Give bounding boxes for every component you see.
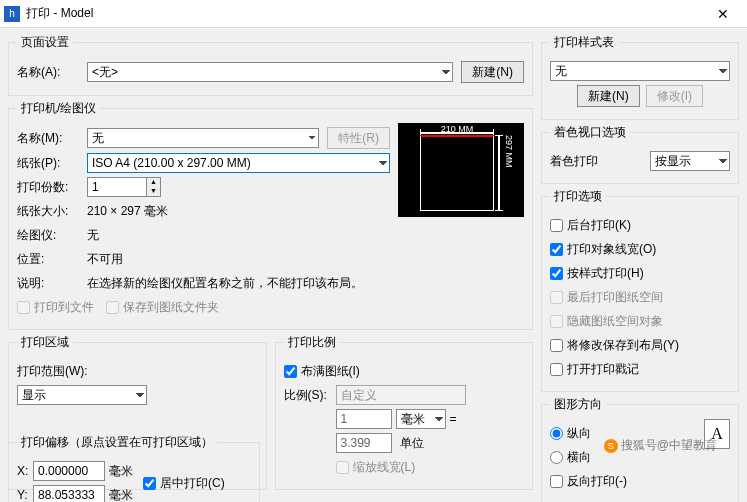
orient-legend: 图形方向 (550, 396, 606, 413)
save-folder-check: 保存到图纸文件夹 (106, 299, 219, 316)
opt-bg[interactable]: 后台打印(K) (550, 217, 631, 234)
scale-num (336, 409, 392, 429)
options-legend: 打印选项 (550, 188, 606, 205)
orient-landscape[interactable]: 横向 (550, 449, 591, 466)
paper-label: 纸张(P): (17, 155, 87, 172)
scale-unit-select[interactable]: 毫米 (396, 409, 446, 429)
offset-group: 打印偏移（原点设置在可打印区域） X:毫米 Y:毫米 居中打印(C) (8, 434, 260, 502)
shade-label: 着色打印 (550, 153, 650, 170)
desc-value: 在选择新的绘图仪配置名称之前，不能打印该布局。 (87, 275, 363, 292)
printer-props-button: 特性(R) (327, 127, 390, 149)
viewport-legend: 着色视口选项 (550, 124, 630, 141)
opt-paper-last: 最后打印图纸空间 (550, 289, 663, 306)
center-check[interactable]: 居中打印(C) (143, 475, 225, 492)
page-new-button[interactable]: 新建(N) (461, 61, 524, 83)
orient-group: 图形方向 纵向 横向 反向打印(-) A (541, 396, 739, 502)
opt-style[interactable]: 按样式打印(H) (550, 265, 644, 282)
page-setup-group: 页面设置 名称(A): <无> 新建(N) (8, 34, 533, 96)
to-file-check: 打印到文件 (17, 299, 94, 316)
page-name-select[interactable]: <无> (87, 62, 453, 82)
shade-select[interactable]: 按显示 (650, 151, 730, 171)
fit-check[interactable]: 布满图纸(I) (284, 363, 360, 380)
titlebar: h 打印 - Model ✕ (0, 0, 747, 28)
loc-value: 不可用 (87, 251, 123, 268)
close-icon[interactable]: ✕ (703, 6, 743, 22)
range-select[interactable]: 显示 (17, 385, 147, 405)
copies-label: 打印份数: (17, 179, 87, 196)
style-legend: 打印样式表 (550, 34, 618, 51)
style-select[interactable]: 无 (550, 61, 730, 81)
opt-stamp[interactable]: 打开打印戳记 (550, 361, 639, 378)
page-setup-legend: 页面设置 (17, 34, 73, 51)
orient-reverse[interactable]: 反向打印(-) (550, 473, 627, 490)
opt-hide: 隐藏图纸空间对象 (550, 313, 663, 330)
desc-label: 说明: (17, 275, 87, 292)
y-input[interactable] (33, 485, 105, 502)
area-legend: 打印区域 (17, 334, 73, 351)
app-icon: h (4, 6, 20, 22)
orient-icon: A (704, 419, 730, 449)
printer-legend: 打印机/绘图仪 (17, 100, 100, 117)
ratio-select: 自定义 (336, 385, 466, 405)
lw-check: 缩放线宽(L) (336, 459, 416, 476)
printer-name-select[interactable]: 无 (87, 128, 319, 148)
paper-select[interactable]: ISO A4 (210.00 x 297.00 MM) (87, 153, 390, 173)
x-label: X: (17, 464, 33, 478)
scale-den (336, 433, 392, 453)
window-title: 打印 - Model (26, 5, 703, 22)
opt-lw[interactable]: 打印对象线宽(O) (550, 241, 656, 258)
printer-name-label: 名称(M): (17, 130, 87, 147)
paper-preview: 210 MM 297 MM (398, 123, 524, 217)
printer-group: 打印机/绘图仪 名称(M): 无 特性(R) 纸张(P): ISO A4 (21… (8, 100, 533, 330)
plotter-label: 绘图仪: (17, 227, 87, 244)
viewport-group: 着色视口选项 着色打印按显示 (541, 124, 739, 184)
loc-label: 位置: (17, 251, 87, 268)
equals: = (450, 412, 457, 426)
opt-save-layout[interactable]: 将修改保存到布局(Y) (550, 337, 679, 354)
style-new-button[interactable]: 新建(N) (577, 85, 640, 107)
range-label: 打印范围(W): (17, 363, 88, 380)
size-label: 纸张大小: (17, 203, 87, 220)
scale-legend: 打印比例 (284, 334, 340, 351)
size-value: 210 × 297 毫米 (87, 203, 168, 220)
x-input[interactable] (33, 461, 105, 481)
ratio-label: 比例(S): (284, 387, 336, 404)
copies-spinner[interactable]: ▲▼ (87, 177, 161, 197)
orient-portrait[interactable]: 纵向 (550, 425, 591, 442)
scale-group: 打印比例 布满图纸(I) 比例(S): 自定义 毫米 = 单位 缩放线宽(L) (275, 334, 534, 490)
plotter-value: 无 (87, 227, 99, 244)
options-group: 打印选项 后台打印(K) 打印对象线宽(O) 按样式打印(H) 最后打印图纸空间… (541, 188, 739, 392)
y-label: Y: (17, 488, 33, 502)
style-group: 打印样式表 无 新建(N) 修改(I) (541, 34, 739, 120)
page-name-label: 名称(A): (17, 64, 87, 81)
style-edit-button: 修改(I) (646, 85, 703, 107)
unit-label: 单位 (400, 435, 424, 452)
offset-legend: 打印偏移（原点设置在可打印区域） (17, 434, 217, 451)
